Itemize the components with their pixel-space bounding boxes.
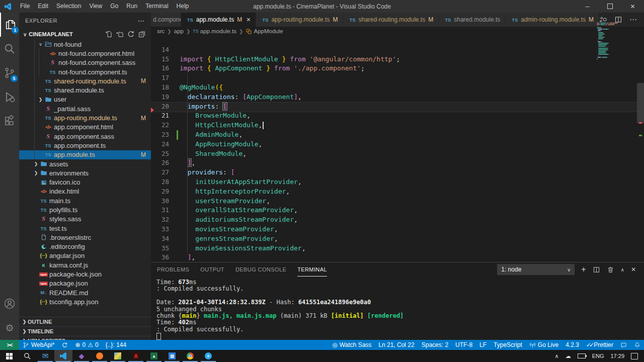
taskbar-chrome[interactable] [181,350,199,362]
tree-item[interactable]: TS app.component.ts [19,141,151,150]
language-mode[interactable]: TypeScript [490,340,526,350]
version[interactable]: 4.2.3 [562,340,583,350]
tree-item[interactable]: TS app-routing.module.ts M [19,113,151,122]
terminal-output[interactable]: Time: 673ms: Compiled successfully. Date… [156,279,404,340]
tree-item[interactable]: npm package.json [19,279,151,288]
taskbar-visual-studio[interactable]: ◆ [72,350,91,362]
eol[interactable]: LF [476,340,490,350]
editor-tab[interactable]: TS admin-routing.module.ts M [506,13,599,27]
panel-tab-debug-console[interactable]: DEBUG CONSOLE [235,263,286,277]
minimap[interactable] [596,23,635,103]
new-folder-icon[interactable] [116,30,124,38]
maximize-panel-icon[interactable]: ∧ [621,267,624,273]
tree-item[interactable]: ❯ assets [19,159,151,168]
close-panel-icon[interactable]: ✕ [631,266,636,273]
tree-item[interactable]: TS shared.module.ts [19,85,151,95]
section-timeline[interactable]: ❯TIMELINE [19,326,151,336]
breadcrumb[interactable]: src❯app❯TSapp.module.ts❯AppModule [151,27,644,36]
notifications[interactable] [630,340,644,350]
menu-run[interactable]: Run [122,3,141,10]
editor-tab[interactable]: TS app.module.ts M ✕ [181,13,257,27]
taskbar-telegram[interactable]: ✈ [199,350,217,362]
code-editor[interactable]: 14 import { HttpClientModule } from '@an… [151,36,644,262]
go-live[interactable]: Go Live [526,340,562,350]
taskbar-start[interactable] [0,350,18,362]
battery-icon[interactable] [578,353,586,358]
watch-sass[interactable]: ◎Watch Sass [329,340,375,350]
tree-item[interactable]: TS test.ts [19,224,151,233]
tree-item[interactable]: ❯ user [19,95,151,104]
minimize-button[interactable]: ─ [576,0,599,13]
activity-explorer[interactable]: 1 [0,13,20,37]
more-actions-icon[interactable]: ⋯ [138,17,145,25]
tree-item[interactable]: .editorconfig [19,242,151,251]
menu-file[interactable]: File [16,3,34,10]
sync-status[interactable] [58,340,71,350]
taskbar-taskbar-search[interactable] [18,350,36,362]
tree-item[interactable]: M↓ README.md [19,288,151,297]
terminal-select[interactable]: 1: node ∨ [497,264,575,275]
taskbar-orange-app[interactable] [91,350,109,362]
new-file-icon[interactable] [105,30,113,38]
tree-item[interactable]: TS main.ts [19,196,151,205]
remote-indicator[interactable]: >< [0,340,19,350]
menu-help[interactable]: Help [173,3,193,10]
menu-terminal[interactable]: Terminal [141,3,172,10]
maximize-button[interactable] [599,0,621,13]
activity-source-control[interactable]: 5 [0,61,19,85]
refresh-icon[interactable] [127,30,135,38]
tree-item[interactable]: </> index.html [19,187,151,196]
new-terminal-icon[interactable]: + [581,265,586,274]
menu-selection[interactable]: Selection [52,3,85,10]
onedrive-icon[interactable]: ☁ [566,353,571,359]
editor-tab[interactable]: TS shared-routing.module.ts M [343,13,439,27]
editor-tab[interactable]: TS app-routing.module.ts M [256,13,343,27]
split-terminal-icon[interactable] [593,266,600,274]
activity-run-debug[interactable] [0,85,19,109]
tray-clock[interactable]: 17:29 [610,353,624,359]
taskbar-image-viewer[interactable]: ▲ [145,350,163,362]
tree-item[interactable]: favicon.ico [19,177,151,187]
breadcrumb-item[interactable]: src [157,28,165,34]
tree-item[interactable]: TS shared-routing.module.ts M [19,76,151,85]
tree-item[interactable]: ĸ karma.conf.js [19,260,151,269]
tree-item[interactable]: {··} tsconfig.app.json [19,297,151,306]
tree-item[interactable]: S _partial.sass [19,104,151,113]
menu-edit[interactable]: Edit [34,3,52,10]
tree-item[interactable]: S app.component.sass [19,132,151,141]
close-tab-icon[interactable]: ✕ [246,17,251,23]
tree-item[interactable]: </> app.component.html [19,123,151,132]
breadcrumb-item[interactable]: AppModule [246,28,283,35]
prettier[interactable]: ✓✓ Prettier [583,340,617,350]
counter-status[interactable]: {..}: 144 [102,340,130,350]
tree-item[interactable]: ∨ not-found [19,40,151,49]
tree-item[interactable]: ❯ environments [19,168,151,177]
project-section-header[interactable]: ∨ CINEMAPLANET [19,29,151,40]
tree-item[interactable]: TS app.module.ts M [19,150,151,159]
taskbar-mail[interactable]: ✉ [36,350,54,362]
git-branch-status[interactable]: WebApi* [19,340,58,350]
breadcrumb-item[interactable]: app [174,28,184,34]
taskbar-photos[interactable] [109,350,127,362]
section-outline[interactable]: ❯OUTLINE [19,317,151,326]
problems-status[interactable]: ⊗0 ⚠0 [71,340,102,350]
breadcrumb-item[interactable]: TSapp.module.ts [193,28,236,34]
activity-search[interactable] [0,37,19,61]
taskbar-vscode[interactable] [54,350,72,362]
kill-terminal-icon[interactable] [607,266,614,274]
tray-language[interactable]: ENG [592,353,604,359]
taskbar-calculator[interactable]: ▦ [163,350,181,362]
taskbar-acrobat[interactable]: A [127,350,145,362]
tree-item[interactable]: npm package-lock.json [19,269,151,279]
feedback[interactable] [617,340,630,350]
activity-extensions[interactable] [0,109,19,133]
encoding[interactable]: UTF-8 [452,340,476,350]
tree-item[interactable]: .browserslistrc [19,233,151,242]
panel-tab-terminal[interactable]: TERMINAL [297,263,327,277]
cursor-position[interactable]: Ln 21, Col 22 [375,340,418,350]
editor-tab[interactable]: d.component.ts [151,13,181,27]
scrollbar-thumb[interactable] [637,83,644,123]
close-button[interactable]: ✕ [621,0,644,13]
tray-chevron-icon[interactable]: ∧ [555,353,559,359]
menu-view[interactable]: View [85,3,106,10]
